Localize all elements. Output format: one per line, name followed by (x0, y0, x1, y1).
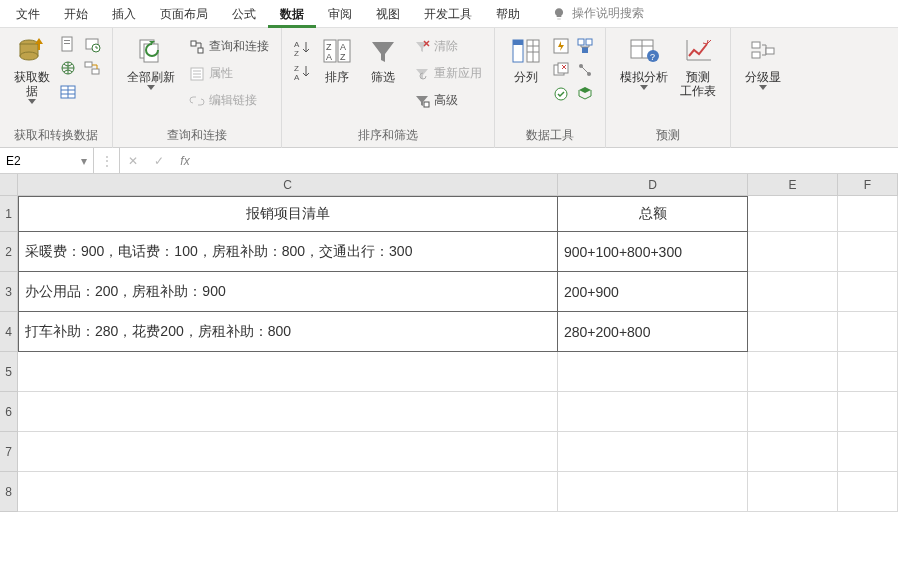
tab-home[interactable]: 开始 (52, 0, 100, 28)
enter-formula-button[interactable]: ✓ (146, 148, 172, 173)
forecast-sheet-button[interactable]: 预测 工作表 (674, 32, 722, 100)
sort-desc-button[interactable]: ZA (292, 62, 312, 82)
row-header-7[interactable]: 7 (0, 432, 18, 472)
cell-c2[interactable]: 采暖费：900，电话费：100，房租补助：800，交通出行：300 (18, 232, 558, 272)
consolidate-icon (576, 37, 594, 55)
name-box[interactable]: ▾ (0, 148, 94, 173)
cell-c6[interactable] (18, 392, 558, 432)
cell-d3[interactable]: 200+900 (558, 272, 748, 312)
cell-f1[interactable] (838, 196, 898, 232)
formula-input[interactable] (198, 148, 898, 173)
from-table-button[interactable] (58, 82, 78, 102)
sort-asc-button[interactable]: AZ (292, 38, 312, 58)
globe-icon (59, 59, 77, 77)
cell-e3[interactable] (748, 272, 838, 312)
cell-d6[interactable] (558, 392, 748, 432)
relationships-button[interactable] (575, 60, 595, 80)
cell-e6[interactable] (748, 392, 838, 432)
recent-sources-button[interactable] (82, 34, 102, 54)
cell-c1[interactable]: 报销项目清单 (18, 196, 558, 232)
filter-button[interactable]: 筛选 (360, 32, 406, 86)
lightbulb-icon (552, 7, 566, 21)
cell-d5[interactable] (558, 352, 748, 392)
cell-e8[interactable] (748, 472, 838, 512)
remove-dup-icon (552, 61, 570, 79)
remove-duplicates-button[interactable] (551, 60, 571, 80)
row-header-6[interactable]: 6 (0, 392, 18, 432)
col-header-c[interactable]: C (18, 174, 558, 196)
existing-connections-button[interactable] (82, 58, 102, 78)
queries-connections-label: 查询和连接 (209, 38, 269, 55)
tab-help[interactable]: 帮助 (484, 0, 532, 28)
cell-d8[interactable] (558, 472, 748, 512)
cell-f3[interactable] (838, 272, 898, 312)
row-header-4[interactable]: 4 (0, 312, 18, 352)
row-header-2[interactable]: 2 (0, 232, 18, 272)
cell-f2[interactable] (838, 232, 898, 272)
data-model-button[interactable] (575, 84, 595, 104)
cell-f4[interactable] (838, 312, 898, 352)
tab-review[interactable]: 审阅 (316, 0, 364, 28)
group-button[interactable]: 分级显 (739, 32, 787, 92)
cell-e4[interactable] (748, 312, 838, 352)
tab-view[interactable]: 视图 (364, 0, 412, 28)
tell-me-search[interactable]: 操作说明搜索 (552, 5, 644, 22)
tab-file[interactable]: 文件 (4, 0, 52, 28)
spreadsheet[interactable]: C D E F 1 报销项目清单 总额 2 采暖费：900，电话费：100，房租… (0, 174, 898, 575)
cell-f7[interactable] (838, 432, 898, 472)
tab-formulas[interactable]: 公式 (220, 0, 268, 28)
svg-text:Z: Z (294, 64, 299, 73)
cell-c5[interactable] (18, 352, 558, 392)
cell-c4[interactable]: 打车补助：280，花费200，房租补助：800 (18, 312, 558, 352)
data-validation-button[interactable] (551, 84, 571, 104)
cell-e7[interactable] (748, 432, 838, 472)
chevron-down-icon[interactable]: ▾ (81, 154, 87, 168)
select-all-corner[interactable] (0, 174, 18, 196)
from-text-csv-button[interactable] (58, 34, 78, 54)
tab-developer[interactable]: 开发工具 (412, 0, 484, 28)
tab-insert[interactable]: 插入 (100, 0, 148, 28)
cell-e1[interactable] (748, 196, 838, 232)
whatif-button[interactable]: ? 模拟分析 (614, 32, 674, 92)
cell-c8[interactable] (18, 472, 558, 512)
cell-d1[interactable]: 总额 (558, 196, 748, 232)
reapply-button[interactable]: 重新应用 (410, 63, 486, 84)
cell-d4[interactable]: 280+200+800 (558, 312, 748, 352)
svg-rect-62 (752, 52, 760, 58)
refresh-all-button[interactable]: 全部刷新 (121, 32, 181, 92)
row-header-3[interactable]: 3 (0, 272, 18, 312)
col-header-d[interactable]: D (558, 174, 748, 196)
text-to-columns-button[interactable]: 分列 (503, 32, 549, 86)
name-box-input[interactable] (6, 154, 66, 168)
cell-f5[interactable] (838, 352, 898, 392)
get-data-button[interactable]: 获取数 据 (8, 32, 56, 106)
flash-fill-button[interactable] (551, 36, 571, 56)
cell-e5[interactable] (748, 352, 838, 392)
cell-e2[interactable] (748, 232, 838, 272)
col-header-e[interactable]: E (748, 174, 838, 196)
col-header-f[interactable]: F (838, 174, 898, 196)
cell-d7[interactable] (558, 432, 748, 472)
properties-button[interactable]: 属性 (185, 63, 273, 84)
cell-d2[interactable]: 900+100+800+300 (558, 232, 748, 272)
cancel-formula-button[interactable]: ✕ (120, 148, 146, 173)
sort-button[interactable]: ZAAZ 排序 (314, 32, 360, 86)
svg-text:A: A (340, 42, 346, 52)
clear-filter-button[interactable]: 清除 (410, 36, 486, 57)
cell-c7[interactable] (18, 432, 558, 472)
queries-connections-button[interactable]: 查询和连接 (185, 36, 273, 57)
cell-f6[interactable] (838, 392, 898, 432)
row-header-5[interactable]: 5 (0, 352, 18, 392)
from-web-button[interactable] (58, 58, 78, 78)
advanced-filter-button[interactable]: 高级 (410, 90, 486, 111)
edit-links-button[interactable]: 编辑链接 (185, 90, 273, 111)
cell-f8[interactable] (838, 472, 898, 512)
reapply-icon (414, 66, 430, 82)
consolidate-button[interactable] (575, 36, 595, 56)
tab-data[interactable]: 数据 (268, 0, 316, 28)
row-header-1[interactable]: 1 (0, 196, 18, 232)
tab-page-layout[interactable]: 页面布局 (148, 0, 220, 28)
row-header-8[interactable]: 8 (0, 472, 18, 512)
fx-icon[interactable]: fx (172, 148, 198, 173)
cell-c3[interactable]: 办公用品：200，房租补助：900 (18, 272, 558, 312)
